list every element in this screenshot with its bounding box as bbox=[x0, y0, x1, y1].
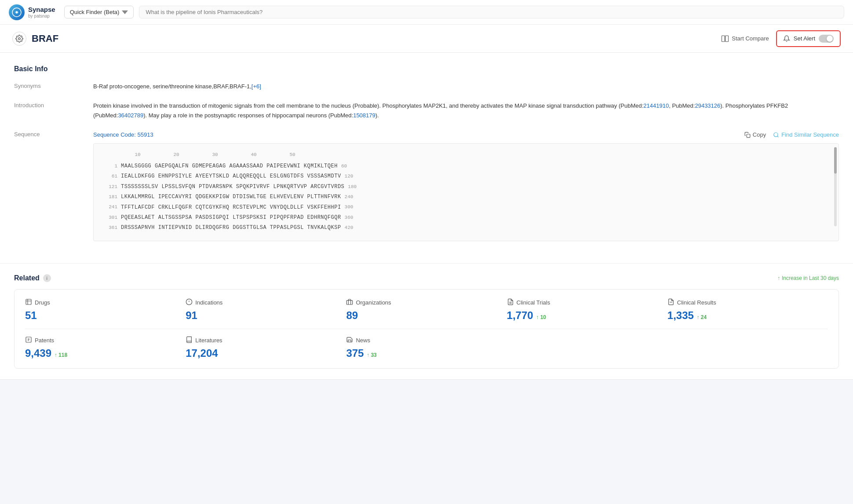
clinical-trials-icon bbox=[507, 298, 514, 307]
svg-point-6 bbox=[774, 133, 778, 137]
patents-increase: ↑ 118 bbox=[55, 352, 67, 358]
related-item-patents: Patents 9,439 ↑ 118 bbox=[25, 336, 186, 359]
introduction-row: Introduction Protein kinase involved in … bbox=[14, 101, 839, 120]
svg-rect-5 bbox=[747, 134, 750, 138]
indications-icon bbox=[186, 298, 193, 307]
sequence-header: Sequence Code: 55913 Copy bbox=[93, 130, 839, 140]
related-header: Related i ↑ Increase in Last 30 days bbox=[14, 274, 839, 282]
seq-row-61: 61 IEALLDKFGG EHNPPSIYLE AYEEYTSKLD ALQQ… bbox=[101, 172, 831, 181]
set-alert-toggle[interactable] bbox=[819, 35, 834, 43]
related-item-literatures: Literatures 17,204 bbox=[186, 336, 346, 359]
introduction-value: Protein kinase involved in the transduct… bbox=[93, 101, 839, 120]
pubmed-link-3[interactable]: 36402789 bbox=[118, 112, 143, 119]
copy-button[interactable]: Copy bbox=[744, 130, 766, 140]
search-input[interactable] bbox=[146, 9, 838, 15]
svg-point-2 bbox=[18, 37, 21, 40]
basic-info-title: Basic Info bbox=[14, 65, 839, 73]
sequence-scrollbar[interactable] bbox=[834, 147, 837, 226]
seq-row-121: 121 TSSSSSSSLSV LPSSLSVFQN PTDVARSNPK SP… bbox=[101, 182, 831, 191]
clinical-results-icon bbox=[667, 298, 674, 307]
bottom-divider bbox=[0, 379, 853, 380]
related-item-clinical-results: Clinical Results 1,335 ↑ 24 bbox=[667, 298, 828, 322]
sequence-label: Sequence bbox=[14, 130, 93, 138]
svg-point-1 bbox=[16, 11, 18, 13]
news-increase: ↑ 33 bbox=[367, 352, 377, 358]
related-info-icon[interactable]: i bbox=[43, 274, 51, 282]
synonyms-label: Synonyms bbox=[14, 82, 93, 89]
sequence-actions: Copy Find Similar Sequence bbox=[744, 130, 839, 140]
logo-title: Synapse bbox=[28, 6, 55, 14]
pubmed-link-2[interactable]: 29433126 bbox=[695, 102, 720, 109]
related-grid-row1: Drugs 51 Indications 91 bbox=[25, 298, 828, 329]
sequence-value: Sequence Code: 55913 Copy bbox=[93, 130, 839, 241]
synonyms-more-link[interactable]: [+6] bbox=[252, 83, 261, 90]
page-header: BRAF Start Compare Set Alert bbox=[0, 25, 853, 53]
related-card: Drugs 51 Indications 91 bbox=[14, 289, 839, 369]
related-grid-row2: Patents 9,439 ↑ 118 Literatures 17,204 bbox=[25, 336, 828, 359]
news-icon bbox=[346, 336, 353, 344]
related-title: Related bbox=[14, 274, 40, 282]
logo-area: Synapse by patsnap bbox=[9, 4, 55, 20]
patents-icon bbox=[25, 336, 32, 344]
page-header-left: BRAF bbox=[12, 32, 58, 46]
sequence-box: 10 20 30 40 50 1 MAALSGGGG GAEPGQALFN GD… bbox=[93, 143, 839, 241]
seq-row-181: 181 LKKALMMRGL IPECCAVYRI QDGEKKPIGW DTD… bbox=[101, 192, 831, 201]
gear-icon bbox=[12, 32, 26, 46]
svg-rect-3 bbox=[722, 36, 725, 42]
literatures-icon bbox=[186, 336, 193, 344]
synonyms-value: B-Raf proto-oncogene, serine/threonine k… bbox=[93, 82, 839, 91]
related-section: Related i ↑ Increase in Last 30 days Dru… bbox=[0, 263, 853, 379]
page-title: BRAF bbox=[32, 33, 58, 44]
seq-row-241: 241 TFFTLAFCDF CRKLLFQGFR CQTCGYKFHQ RCS… bbox=[101, 203, 831, 212]
sequence-scrollbar-thumb[interactable] bbox=[834, 147, 837, 174]
svg-rect-8 bbox=[347, 300, 353, 304]
sequence-ruler: 10 20 30 40 50 bbox=[101, 151, 831, 159]
related-item-indications: Indications 91 bbox=[186, 298, 346, 322]
seq-row-361: 361 DRSSSAPNVH INTIEPVNID DLIRDQGFRG DGG… bbox=[101, 223, 831, 232]
search-bar[interactable] bbox=[139, 6, 844, 18]
set-alert-button[interactable]: Set Alert bbox=[776, 30, 841, 47]
organizations-icon bbox=[346, 298, 353, 307]
related-item-organizations: Organizations 89 bbox=[346, 298, 507, 322]
pubmed-link-1[interactable]: 21441910 bbox=[643, 102, 669, 109]
logo-icon bbox=[9, 4, 25, 20]
related-title-wrap: Related i bbox=[14, 274, 51, 282]
related-item-drugs: Drugs 51 bbox=[25, 298, 186, 322]
logo-text: Synapse by patsnap bbox=[28, 6, 55, 19]
pubmed-link-4[interactable]: 1508179 bbox=[353, 112, 375, 119]
quick-finder-dropdown[interactable]: Quick Finder (Beta) bbox=[64, 6, 134, 18]
related-item-clinical-trials: Clinical Trials 1,770 ↑ 10 bbox=[507, 298, 667, 322]
seq-row-301: 301 PQEEASLAET ALTSGSSPSA PASDSIGPQI LTS… bbox=[101, 213, 831, 222]
svg-rect-4 bbox=[725, 36, 729, 42]
seq-row-1: 1 MAALSGGGG GAEPGQALFN GDMEPEAGAG AGAAAS… bbox=[101, 162, 831, 170]
start-compare-button[interactable]: Start Compare bbox=[721, 35, 769, 43]
top-nav: Synapse by patsnap Quick Finder (Beta) bbox=[0, 0, 853, 25]
related-item-news: News 375 ↑ 33 bbox=[346, 336, 507, 359]
introduction-label: Introduction bbox=[14, 101, 93, 109]
synonyms-row: Synonyms B-Raf proto-oncogene, serine/th… bbox=[14, 82, 839, 91]
clinical-results-increase: ↑ 24 bbox=[697, 314, 707, 320]
sequence-code[interactable]: Sequence Code: 55913 bbox=[93, 130, 153, 140]
find-similar-button[interactable]: Find Similar Sequence bbox=[773, 130, 839, 140]
clinical-trials-increase: ↑ 10 bbox=[536, 314, 546, 320]
increase-note: ↑ Increase in Last 30 days bbox=[777, 275, 839, 281]
main-content: Basic Info Synonyms B-Raf proto-oncogene… bbox=[0, 53, 853, 263]
page-header-right: Start Compare Set Alert bbox=[721, 30, 841, 47]
drugs-icon bbox=[25, 298, 32, 307]
logo-subtitle: by patsnap bbox=[28, 14, 55, 19]
sequence-row: Sequence Sequence Code: 55913 Copy bbox=[14, 130, 839, 241]
